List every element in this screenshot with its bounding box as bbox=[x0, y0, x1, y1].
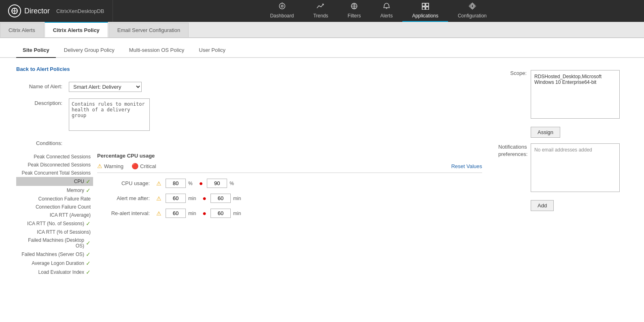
re-alert-warn-unit: min bbox=[188, 211, 196, 216]
name-of-alert-control: Smart Alert: Delivery bbox=[69, 82, 482, 92]
notifications-box: No email addresses added bbox=[531, 143, 620, 192]
alert-after-crit-input[interactable] bbox=[210, 194, 231, 203]
nav-configuration-label: Configuration bbox=[458, 13, 487, 19]
re-alert-label: Re-alert interval: bbox=[97, 210, 154, 216]
cpu-crit-unit: % bbox=[230, 181, 234, 186]
metric-alert-after: Alert me after: ⚠ min ● min bbox=[97, 194, 482, 203]
warning-triangle-icon: ⚠ bbox=[97, 163, 102, 169]
condition-ica-rtt-avg[interactable]: ICA RTT (Average) bbox=[16, 211, 93, 219]
re-alert-crit-unit: min bbox=[233, 211, 241, 216]
left-panel: Back to Alert Policies Name of Alert: Sm… bbox=[16, 66, 482, 277]
name-of-alert-label: Name of Alert: bbox=[16, 82, 69, 90]
conditions-panel-title: Percentage CPU usage bbox=[97, 153, 482, 159]
svg-point-3 bbox=[279, 3, 285, 9]
nav-trends-label: Trends bbox=[313, 13, 328, 19]
add-button[interactable]: Add bbox=[531, 200, 554, 211]
alerts-icon bbox=[382, 2, 391, 12]
nav-alerts[interactable]: Alerts bbox=[371, 0, 403, 22]
svg-rect-15 bbox=[422, 7, 425, 10]
nav-applications-label: Applications bbox=[412, 13, 438, 19]
condition-failed-desktop[interactable]: Failed Machines (Desktop OS) ✓ bbox=[16, 236, 93, 250]
failed-server-check-icon: ✓ bbox=[86, 251, 91, 258]
policy-tab-bar: Site Policy Delivery Group Policy Multi-… bbox=[0, 38, 644, 58]
tab-citrix-alerts-policy[interactable]: Citrix Alerts Policy bbox=[45, 22, 108, 37]
cpu-warn-input[interactable] bbox=[166, 179, 186, 188]
back-link[interactable]: Back to Alert Policies bbox=[16, 66, 70, 72]
notifications-row: Notifications preferences: No email addr… bbox=[498, 143, 628, 196]
condition-ica-rtt-no[interactable]: ICA RTT (No. of Sessions) ✓ bbox=[16, 219, 93, 228]
brand-db: CitrixXenDesktopDB bbox=[56, 8, 104, 14]
conditions-list: Peak Connected Sessions Peak Disconnecte… bbox=[16, 153, 97, 277]
cpu-check-icon: ✓ bbox=[86, 178, 91, 185]
load-eval-check-icon: ✓ bbox=[86, 269, 91, 275]
assign-button[interactable]: Assign bbox=[531, 127, 560, 138]
memory-check-icon: ✓ bbox=[86, 187, 91, 194]
brand-logo bbox=[8, 4, 21, 17]
condition-connection-failure-rate[interactable]: Connection Failure Rate bbox=[16, 195, 93, 203]
svg-rect-16 bbox=[426, 7, 429, 10]
tab-email-server-config[interactable]: Email Server Configuration bbox=[109, 23, 189, 37]
nav-filters-label: Filters bbox=[348, 13, 361, 19]
policy-tab-site[interactable]: Site Policy bbox=[16, 44, 56, 58]
warning-label: Warning bbox=[104, 163, 123, 169]
condition-cpu[interactable]: CPU ✓ bbox=[16, 177, 93, 186]
condition-avg-logon[interactable]: Average Logon Duration ✓ bbox=[16, 259, 93, 268]
avg-logon-check-icon: ✓ bbox=[86, 260, 91, 267]
ica-rtt-no-check-icon: ✓ bbox=[86, 220, 91, 227]
cpu-critical-icon: ● bbox=[199, 180, 203, 187]
policy-tab-multi-session[interactable]: Multi-session OS Policy bbox=[123, 44, 191, 58]
re-alert-warning-icon: ⚠ bbox=[156, 210, 162, 217]
reset-values-link[interactable]: Reset Values bbox=[451, 163, 482, 169]
name-of-alert-select[interactable]: Smart Alert: Delivery bbox=[69, 82, 142, 92]
notifications-label: Notifications preferences: bbox=[498, 143, 531, 158]
metric-re-alert: Re-alert interval: ⚠ min ● min bbox=[97, 209, 482, 218]
tab-citrix-alerts[interactable]: Citrix Alerts bbox=[0, 23, 44, 37]
critical-label: Critical bbox=[140, 163, 156, 169]
brand-name: Director bbox=[24, 7, 50, 15]
nav-configuration[interactable]: Configuration bbox=[448, 0, 496, 22]
nav-dashboard[interactable]: Dashboard bbox=[260, 0, 304, 22]
warning-critical-bar: ⚠ Warning 🔴 Critical Reset Values bbox=[97, 163, 482, 173]
conditions-layout: Peak Connected Sessions Peak Disconnecte… bbox=[16, 153, 482, 277]
alert-after-warn-input[interactable] bbox=[166, 194, 186, 203]
critical-circle-icon: 🔴 bbox=[132, 163, 138, 169]
condition-peak-concurrent[interactable]: Peak Concurrent Total Sessions bbox=[16, 169, 93, 177]
cpu-warn-unit: % bbox=[188, 181, 193, 186]
topbar: Director CitrixXenDesktopDB Dashboard Tr… bbox=[0, 0, 644, 22]
condition-ica-rtt-pct[interactable]: ICA RTT (% of Sessions) bbox=[16, 228, 93, 236]
conditions-panel: Percentage CPU usage ⚠ Warning 🔴 Critica… bbox=[97, 153, 482, 277]
top-nav: Dashboard Trends Filters Alerts Applicat… bbox=[113, 0, 644, 22]
alert-after-crit-unit: min bbox=[233, 196, 241, 201]
right-panel: Scope: RDSHosted_Desktop,Microsoft Windo… bbox=[498, 66, 628, 277]
applications-icon bbox=[421, 2, 430, 12]
condition-peak-connected[interactable]: Peak Connected Sessions bbox=[16, 153, 93, 161]
metric-cpu-usage: CPU usage: ⚠ % ● % bbox=[97, 179, 482, 188]
scope-label: Scope: bbox=[498, 70, 531, 76]
description-label: Description: bbox=[16, 98, 69, 106]
condition-memory[interactable]: Memory ✓ bbox=[16, 186, 93, 195]
filters-icon bbox=[350, 2, 359, 12]
alert-after-critical-icon: ● bbox=[202, 195, 206, 202]
nav-filters[interactable]: Filters bbox=[338, 0, 371, 22]
nav-applications[interactable]: Applications bbox=[402, 0, 448, 22]
condition-load-eval[interactable]: Load Evaluator Index ✓ bbox=[16, 268, 93, 277]
svg-point-17 bbox=[471, 5, 474, 7]
tab-bar: Citrix Alerts Citrix Alerts Policy Email… bbox=[0, 22, 644, 38]
configuration-icon bbox=[468, 2, 477, 12]
condition-peak-disconnected[interactable]: Peak Disconnected Sessions bbox=[16, 161, 93, 169]
condition-connection-failure-count[interactable]: Connection Failure Count bbox=[16, 203, 93, 211]
nav-trends[interactable]: Trends bbox=[304, 0, 338, 22]
re-alert-crit-input[interactable] bbox=[210, 209, 231, 218]
cpu-crit-input[interactable] bbox=[207, 179, 227, 188]
policy-tab-user[interactable]: User Policy bbox=[192, 44, 232, 58]
condition-failed-server[interactable]: Failed Machines (Server OS) ✓ bbox=[16, 250, 93, 259]
svg-point-4 bbox=[281, 5, 283, 7]
description-textarea[interactable]: Contains rules to monitor health of a de… bbox=[69, 98, 150, 131]
re-alert-warn-input[interactable] bbox=[166, 209, 186, 218]
re-alert-critical-icon: ● bbox=[202, 210, 206, 217]
dashboard-icon bbox=[278, 2, 287, 12]
failed-desktop-check-icon: ✓ bbox=[86, 240, 91, 246]
policy-tab-delivery-group[interactable]: Delivery Group Policy bbox=[57, 44, 121, 58]
brand-section: Director CitrixXenDesktopDB bbox=[0, 0, 113, 22]
svg-rect-14 bbox=[426, 3, 429, 6]
